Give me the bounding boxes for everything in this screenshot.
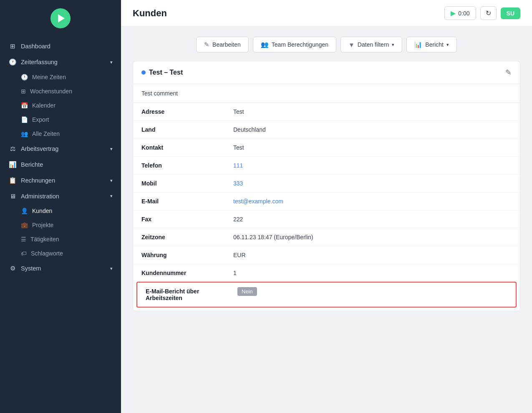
sidebar-item-label: Rechnungen: [21, 177, 55, 184]
value-adresse: Test: [233, 108, 244, 115]
sidebar-item-arbeitsvertrag[interactable]: ⚖ Arbeitsvertrag ▾: [0, 141, 121, 157]
card-header: Test – Test ✎: [133, 61, 520, 84]
sidebar: ⊞ Dashboard 🕐 Zeiterfassung ▾ 🕐 Meine Ze…: [0, 0, 121, 413]
sidebar-item-berichte[interactable]: 📊 Berichte: [0, 157, 121, 173]
sidebar-item-label: Zeiterfassung: [21, 59, 58, 65]
sidebar-item-label: Dashboard: [21, 43, 50, 50]
edit-icon: ✎: [204, 41, 209, 48]
dashboard-icon: ⊞: [8, 43, 17, 50]
value-land: Deutschland: [233, 126, 266, 133]
value-kundennummer: 1: [233, 270, 237, 276]
sidebar-item-administration[interactable]: 🖥 Administration ▾: [0, 188, 121, 204]
sidebar-item-label: Berichte: [21, 161, 43, 168]
detail-row-waehrung: Währung EUR: [133, 246, 520, 264]
value-fax: 222: [233, 216, 243, 223]
sidebar-item-label: Wochenstunden: [30, 88, 72, 95]
sidebar-item-meine-zeiten[interactable]: 🕐 Meine Zeiten: [0, 70, 121, 84]
sidebar-item-label: Projekte: [32, 222, 53, 228]
sidebar-item-label: Tätigkeiten: [30, 236, 59, 243]
team-button[interactable]: 👥 Team Berechtigungen: [253, 37, 336, 53]
app-logo: [50, 8, 71, 28]
sidebar-item-label: Kunden: [32, 208, 52, 214]
chart-icon: 📊: [8, 161, 17, 168]
card-comment: Test comment: [133, 84, 520, 103]
grid-icon: ⊞: [21, 88, 26, 95]
sidebar-item-projekte[interactable]: 💼 Projekte: [0, 218, 121, 232]
calendar-icon: 📅: [21, 102, 28, 109]
sidebar-item-zeiterfassung[interactable]: 🕐 Zeiterfassung ▾: [0, 54, 121, 70]
filter-icon: ▼: [348, 41, 355, 48]
bearbeiten-button[interactable]: ✎ Bearbeiten: [196, 37, 249, 53]
sidebar-item-label: Alle Zeiten: [32, 130, 60, 137]
filter-button[interactable]: ▼ Daten filtern ▾: [340, 37, 402, 53]
sidebar-item-wochenstunden[interactable]: ⊞ Wochenstunden: [0, 84, 121, 98]
sidebar-item-schlagworte[interactable]: 🏷 Schlagworte: [0, 246, 121, 260]
bericht-chevron-icon: ▾: [446, 42, 449, 48]
sidebar-nav: ⊞ Dashboard 🕐 Zeiterfassung ▾ 🕐 Meine Ze…: [0, 35, 121, 413]
chevron-down-icon: ▾: [110, 146, 113, 152]
refresh-button[interactable]: ↻: [480, 6, 497, 20]
label-adresse: Adresse: [141, 108, 233, 115]
sidebar-item-label: Kalender: [32, 102, 55, 109]
label-kundennummer: Kundennummer: [141, 270, 233, 276]
chevron-down-icon: ▾: [110, 266, 113, 271]
detail-row-zeitzone: Zeitzone 06.11.23 18:47 (Europe/Berlin): [133, 228, 520, 246]
label-land: Land: [141, 126, 233, 133]
timer-label: 0:00: [458, 10, 469, 17]
value-telefon[interactable]: 111: [233, 162, 243, 169]
detail-card: Test – Test ✎ Test comment Adresse Test …: [133, 61, 520, 311]
sidebar-item-kalender[interactable]: 📅 Kalender: [0, 98, 121, 113]
sidebar-item-kunden[interactable]: 👤 Kunden: [0, 204, 121, 218]
detail-rows: Adresse Test Land Deutschland Kontakt Te…: [133, 103, 520, 282]
value-waehrung: EUR: [233, 252, 246, 258]
sidebar-item-label: Arbeitsvertrag: [21, 145, 58, 152]
sidebar-item-alle-zeiten[interactable]: 👥 Alle Zeiten: [0, 127, 121, 141]
value-kontakt: Test: [233, 144, 244, 151]
team-icon: 👥: [261, 41, 269, 48]
card-edit-icon[interactable]: ✎: [505, 68, 512, 77]
label-mobil: Mobil: [141, 180, 233, 187]
sidebar-item-label: Schlagworte: [31, 250, 63, 257]
bericht-icon: 📊: [414, 41, 422, 48]
sidebar-logo: [0, 0, 121, 35]
bericht-button[interactable]: 📊 Bericht ▾: [406, 37, 457, 53]
clock-icon: 🕐: [8, 58, 17, 66]
timer-button[interactable]: ▶ 0:00: [444, 6, 476, 20]
topbar: Kunden ▶ 0:00 ↻ SU: [121, 0, 532, 27]
card-title-text: Test – Test: [149, 69, 183, 76]
label-kontakt: Kontakt: [141, 144, 233, 151]
label-fax: Fax: [141, 216, 233, 223]
sidebar-item-label: Administration: [21, 193, 59, 200]
play-icon: [58, 14, 65, 23]
sidebar-item-taetigkeiten[interactable]: ☰ Tätigkeiten: [0, 232, 121, 246]
chevron-down-icon: ▾: [110, 178, 113, 183]
invoice-icon: 📋: [8, 177, 17, 184]
value-mobil[interactable]: 333: [233, 180, 243, 187]
topbar-actions: ▶ 0:00 ↻ SU: [444, 6, 520, 20]
value-email[interactable]: test@example.com: [233, 198, 283, 205]
detail-row-email: E-Mail test@example.com: [133, 193, 520, 210]
sidebar-item-rechnungen[interactable]: 📋 Rechnungen ▾: [0, 173, 121, 188]
detail-row-land: Land Deutschland: [133, 121, 520, 139]
sidebar-item-dashboard[interactable]: ⊞ Dashboard: [0, 38, 121, 54]
detail-row-kontakt: Kontakt Test: [133, 139, 520, 157]
chevron-down-icon: ▾: [110, 193, 113, 199]
nein-badge: Nein: [237, 288, 257, 295]
customer-icon: 👤: [21, 208, 28, 214]
bericht-label: Bericht: [425, 41, 444, 48]
highlighted-email-bericht-row: E-Mail-Bericht überArbeitszeiten Nein: [136, 282, 517, 308]
admin-icon: 🖥: [8, 193, 17, 200]
avatar-button[interactable]: SU: [501, 8, 520, 19]
value-zeitzone: 06.11.23 18:47 (Europe/Berlin): [233, 234, 313, 240]
sidebar-item-label: Meine Zeiten: [32, 74, 66, 80]
tag-icon: 🏷: [21, 250, 27, 257]
team-label: Team Berechtigungen: [272, 41, 328, 48]
detail-row-telefon: Telefon 111: [133, 157, 520, 175]
sidebar-item-system[interactable]: ⚙ System ▾: [0, 260, 121, 276]
clock-icon: 🕐: [21, 74, 28, 80]
label-telefon: Telefon: [141, 162, 233, 169]
play-icon: ▶: [451, 9, 456, 17]
comment-text: Test comment: [141, 90, 178, 97]
detail-row-adresse: Adresse Test: [133, 103, 520, 121]
sidebar-item-export[interactable]: 📄 Export: [0, 113, 121, 127]
